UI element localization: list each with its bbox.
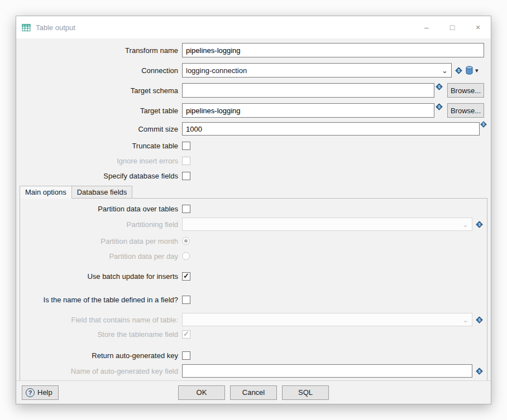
target-schema-label: Target schema [16, 86, 182, 95]
help-button-label: Help [37, 388, 52, 397]
return-auto-key-label: Return auto-generated key [20, 351, 182, 360]
truncate-table-label: Truncate table [16, 142, 182, 150]
use-batch-update-label: Use batch update for inserts [20, 272, 182, 281]
table-output-dialog: Table output – □ × Transform name Connec… [16, 16, 491, 404]
browse-schema-button[interactable]: Browse... [447, 83, 484, 98]
help-icon: ? [26, 388, 35, 397]
database-icon[interactable] [466, 66, 473, 75]
variable-icon[interactable]: $ [436, 83, 443, 90]
close-button[interactable]: × [465, 16, 491, 38]
variable-icon[interactable]: $ [480, 121, 487, 128]
partition-per-day-radio [182, 252, 190, 260]
chevron-down-icon: ⌄ [460, 221, 471, 228]
commit-size-input[interactable] [182, 122, 480, 136]
tab-bar: Main options Database fields [20, 186, 487, 199]
dialog-body: Transform name Connection logging-connec… [16, 38, 491, 380]
return-auto-key-checkbox[interactable] [182, 351, 190, 360]
store-tablename-checkbox: ✓ [182, 330, 190, 339]
truncate-table-checkbox[interactable] [182, 142, 190, 150]
partition-per-month-radio [182, 237, 190, 245]
check-icon: ✓ [183, 272, 189, 279]
commit-size-label: Commit size [16, 125, 182, 133]
partitioning-field-label: Partitioning field [20, 220, 182, 229]
tab-main-options[interactable]: Main options [20, 186, 72, 199]
browse-table-button[interactable]: Browse... [447, 103, 484, 118]
chevron-down-icon: ⌄ [460, 316, 471, 324]
variable-icon: $ [476, 316, 483, 324]
ignore-insert-errors-checkbox [182, 157, 190, 165]
table-name-in-field-label: Is the name of the table defined in a fi… [20, 296, 182, 304]
connection-value: logging-connection [186, 66, 439, 75]
partition-per-day-label: Partition data per day [20, 252, 182, 260]
maximize-button[interactable]: □ [439, 16, 465, 38]
main-options-panel: Partition data over tables Partitioning … [20, 199, 487, 380]
titlebar: Table output – □ × [16, 16, 491, 38]
variable-icon[interactable]: $ [455, 67, 462, 74]
target-table-label: Target table [16, 107, 182, 115]
window-title: Table output [36, 23, 414, 32]
target-table-input[interactable] [182, 103, 434, 118]
auto-key-field-input[interactable] [182, 364, 472, 378]
use-batch-update-checkbox[interactable]: ✓ [182, 272, 190, 281]
table-name-in-field-checkbox[interactable] [182, 296, 190, 304]
chevron-down-icon[interactable]: ⌄ [439, 67, 450, 74]
ok-button[interactable]: OK [178, 385, 225, 400]
specify-database-fields-checkbox[interactable] [182, 172, 190, 180]
connection-combo[interactable]: logging-connection ⌄ [182, 63, 452, 78]
partitioning-field-combo: ⌄ [182, 218, 472, 231]
cancel-button[interactable]: Cancel [230, 385, 277, 400]
sql-button[interactable]: SQL [282, 385, 329, 400]
partition-over-tables-label: Partition data over tables [20, 205, 182, 213]
transform-name-label: Transform name [16, 46, 182, 55]
auto-key-field-label: Name of auto-generated key field [20, 367, 182, 375]
connection-label: Connection [16, 66, 182, 75]
partition-per-month-label: Partition data per month [20, 237, 182, 245]
check-icon: ✓ [183, 330, 189, 337]
table-output-step-icon [22, 23, 31, 32]
tab-database-fields[interactable]: Database fields [72, 186, 133, 198]
connection-menu-dropdown-icon[interactable]: ▾ [475, 67, 479, 74]
target-schema-input[interactable] [182, 83, 434, 98]
variable-icon: $ [476, 221, 483, 228]
store-tablename-label: Store the tablename field [20, 330, 182, 339]
minimize-button[interactable]: – [414, 16, 439, 38]
dialog-footer: ? Help OK Cancel SQL [16, 380, 491, 404]
help-button[interactable]: ? Help [22, 385, 59, 400]
variable-icon[interactable]: $ [476, 368, 483, 375]
ignore-insert-errors-label: Ignore insert errors [16, 157, 182, 165]
partition-over-tables-checkbox[interactable] [182, 205, 190, 213]
options-tab-group: Main options Database fields Partition d… [20, 186, 487, 380]
field-with-table-name-combo: ⌄ [182, 313, 472, 326]
svg-text:$: $ [482, 122, 485, 126]
field-with-table-name-label: Field that contains name of table: [20, 316, 182, 324]
transform-name-input[interactable] [182, 43, 484, 57]
specify-database-fields-label: Specify database fields [16, 172, 182, 180]
variable-icon[interactable]: $ [436, 103, 443, 110]
